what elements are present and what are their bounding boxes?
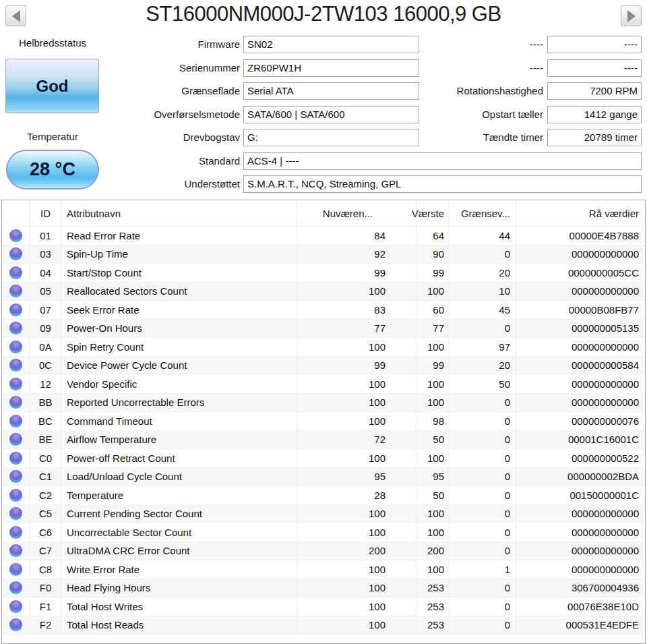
temperature-badge[interactable]: 28 °C xyxy=(6,150,99,189)
table-row[interactable]: 0C Device Power Cycle Count 99 99 20 000… xyxy=(2,357,645,376)
firmware-field[interactable]: SN02 xyxy=(243,36,419,53)
table-row[interactable]: C7 UltraDMA CRC Error Count 200 200 0 00… xyxy=(2,542,645,561)
unused-field-2[interactable]: ---- xyxy=(547,59,642,77)
attr-name: Uncorrectable Sector Count xyxy=(61,523,297,541)
status-column-header[interactable] xyxy=(2,200,30,226)
attr-id: 12 xyxy=(30,375,61,393)
attr-worst: 253 xyxy=(417,597,449,616)
unused-field-1[interactable]: ---- xyxy=(547,36,642,53)
health-status-label: Helbredsstatus xyxy=(0,37,105,49)
current-column-header[interactable]: Nuværen... xyxy=(297,200,417,226)
attr-worst: 64 xyxy=(417,227,449,245)
interface-field[interactable]: Serial ATA xyxy=(243,82,419,100)
attr-id: F0 xyxy=(30,579,61,597)
attr-raw: 000000000522 xyxy=(516,449,645,467)
attr-threshold: 0 xyxy=(449,320,516,338)
attr-id: 09 xyxy=(30,320,61,338)
table-row[interactable]: C6 Uncorrectable Sector Count 100 100 0 … xyxy=(2,523,645,542)
health-status-badge[interactable]: God xyxy=(5,59,99,113)
transfer-mode-field[interactable]: SATA/600 | SATA/600 xyxy=(243,106,419,123)
temperature-label: Temperatur xyxy=(0,131,105,142)
attr-name: Vendor Specific xyxy=(61,375,297,393)
attr-raw: 0000000005CC xyxy=(516,264,645,282)
table-row[interactable]: BB Reported Uncorrectable Errors 100 100… xyxy=(2,394,645,413)
table-row[interactable]: C0 Power-off Retract Count 100 100 0 000… xyxy=(2,449,645,468)
status-ok-dot-icon xyxy=(9,341,22,353)
attr-threshold: 0 xyxy=(449,505,516,523)
id-column-header[interactable]: ID xyxy=(30,200,61,226)
status-ok-dot-icon xyxy=(9,433,22,446)
table-row[interactable]: F0 Head Flying Hours 100 253 0 306700004… xyxy=(2,579,645,598)
attr-raw: 000000000000 xyxy=(516,523,645,541)
attr-raw: 00150000001C xyxy=(516,486,645,504)
attr-worst: 98 xyxy=(417,412,449,430)
attribute-name-column-header[interactable]: Attributnavn xyxy=(61,200,297,226)
threshold-column-header[interactable]: Grænsev... xyxy=(449,200,516,226)
status-ok-dot-icon xyxy=(9,600,22,613)
attr-threshold: 97 xyxy=(449,338,516,356)
attr-id: C8 xyxy=(30,560,61,579)
attr-name: Temperature xyxy=(61,486,297,504)
attr-name: Power-off Retract Count xyxy=(61,449,297,467)
power-on-count-field[interactable]: 1412 gange xyxy=(547,106,642,123)
attr-current: 100 xyxy=(297,283,417,301)
attr-worst: 253 xyxy=(417,616,449,635)
attr-name: Reported Uncorrectable Errors xyxy=(61,394,297,412)
attr-worst: 100 xyxy=(417,505,449,523)
attr-threshold: 1 xyxy=(449,560,516,579)
status-ok-dot-icon xyxy=(9,470,22,483)
attr-worst: 200 xyxy=(417,542,449,560)
rotation-rate-field[interactable]: 7200 RPM xyxy=(547,82,642,100)
table-row[interactable]: 12 Vendor Specific 100 100 50 0000000000… xyxy=(2,375,645,394)
attr-current: 100 xyxy=(297,449,417,467)
attr-name: Head Flying Hours xyxy=(61,579,297,597)
table-row[interactable]: 01 Read Error Rate 84 64 44 00000E4B7888 xyxy=(2,227,645,245)
attr-threshold: 10 xyxy=(449,283,516,301)
next-drive-button[interactable] xyxy=(621,5,642,26)
table-row[interactable]: BE Airflow Temperature 72 50 0 00001C160… xyxy=(2,431,645,450)
table-row[interactable]: 03 Spin-Up Time 92 90 0 000000000000 xyxy=(2,245,645,264)
attr-raw: 00000E4B7888 xyxy=(516,227,645,245)
attr-worst: 100 xyxy=(417,338,449,356)
raw-values-column-header[interactable]: Rå værdier xyxy=(516,200,645,226)
attr-threshold: 0 xyxy=(449,394,516,412)
attr-name: Start/Stop Count xyxy=(61,264,297,282)
attr-name: Current Pending Sector Count xyxy=(61,505,297,523)
attr-threshold: 0 xyxy=(449,486,516,504)
status-ok-dot-icon xyxy=(9,563,22,576)
attr-threshold: 0 xyxy=(449,449,516,467)
table-row[interactable]: C2 Temperature 28 50 0 00150000001C xyxy=(2,486,645,505)
table-row[interactable]: 07 Seek Error Rate 83 60 45 00000B08FB77 xyxy=(2,301,645,320)
table-row[interactable]: 05 Reallocated Sectors Count 100 100 10 … xyxy=(2,283,645,301)
power-on-hours-field[interactable]: 20789 timer xyxy=(547,129,642,146)
table-row[interactable]: F2 Total Host Reads 100 253 0 000531E4ED… xyxy=(2,616,645,635)
attr-current: 100 xyxy=(297,597,417,616)
table-row[interactable]: C5 Current Pending Sector Count 100 100 … xyxy=(2,505,645,524)
attr-worst: 100 xyxy=(417,375,449,393)
table-row[interactable]: C8 Write Error Rate 100 100 1 0000000000… xyxy=(2,560,645,579)
attr-name: Reallocated Sectors Count xyxy=(61,283,297,301)
standard-field[interactable]: ACS-4 | ---- xyxy=(243,152,642,170)
attr-current: 28 xyxy=(297,486,417,504)
table-row[interactable]: 09 Power-On Hours 77 77 0 000000005135 xyxy=(2,320,645,339)
features-field[interactable]: S.M.A.R.T., NCQ, Streaming, GPL xyxy=(243,175,642,193)
rotation-rate-label: Rotationshastighed xyxy=(404,82,543,100)
attr-name: Airflow Temperature xyxy=(61,431,297,449)
table-row[interactable]: BC Command Timeout 100 98 0 000000000076 xyxy=(2,412,645,431)
attr-name: Seek Error Rate xyxy=(61,301,297,319)
status-ok-dot-icon xyxy=(9,526,22,539)
attr-id: C0 xyxy=(30,449,61,467)
table-header-row: ID Attributnavn Nuværen... Værste Grænse… xyxy=(2,200,645,227)
status-ok-dot-icon xyxy=(9,415,22,428)
serial-number-field[interactable]: ZR60PW1H xyxy=(243,59,419,77)
worst-column-header[interactable]: Værste xyxy=(417,200,449,226)
drive-letter-field[interactable]: G: xyxy=(243,129,419,146)
attr-worst: 50 xyxy=(417,431,449,449)
table-row[interactable]: C1 Load/Unload Cycle Count 95 95 0 00000… xyxy=(2,468,645,487)
attr-threshold: 0 xyxy=(449,616,516,635)
table-row[interactable]: F1 Total Host Writes 100 253 0 00076E38E… xyxy=(2,597,645,616)
table-row[interactable]: 0A Spin Retry Count 100 100 97 000000000… xyxy=(2,338,645,357)
table-row[interactable]: 04 Start/Stop Count 99 99 20 0000000005C… xyxy=(2,264,645,283)
attr-id: C2 xyxy=(30,486,61,504)
previous-drive-button[interactable] xyxy=(5,5,26,26)
